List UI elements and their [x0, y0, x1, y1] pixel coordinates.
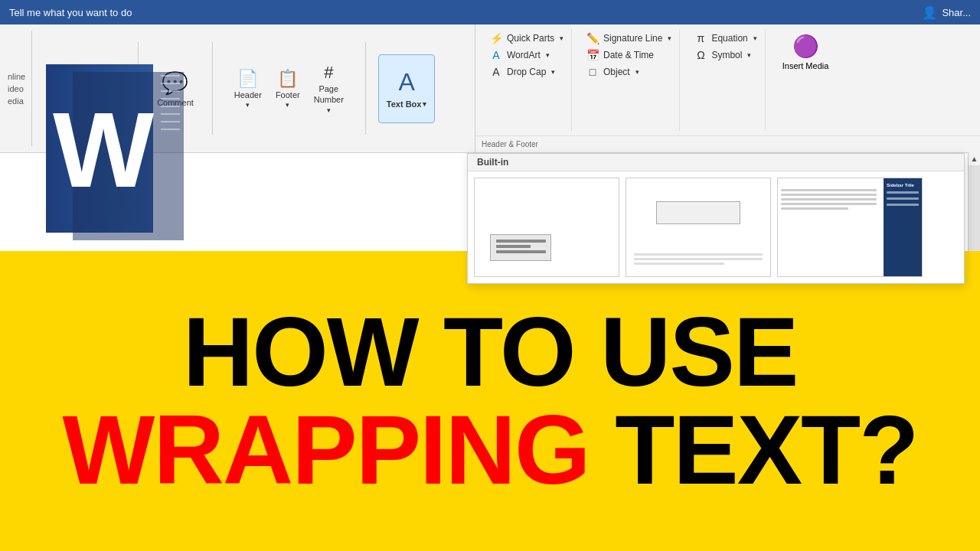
template-3-preview: Sidebar Title: [778, 178, 922, 276]
footer-label: Footer: [276, 90, 300, 99]
media-label: edia: [8, 96, 24, 106]
top-bar: Tell me what you want to do 👤 Shar...: [0, 0, 980, 24]
page-number-caret: ▾: [327, 106, 331, 114]
quick-parts-caret: ▾: [560, 34, 564, 42]
template-2-preview: [626, 178, 770, 276]
date-time-icon: 📅: [586, 49, 599, 61]
wordart-button[interactable]: A WordArt ▾: [486, 47, 567, 63]
insert-media-label: Insert Media: [782, 61, 829, 71]
symbol-button[interactable]: Ω Symbol ▾: [691, 47, 760, 63]
symbol-icon: Ω: [694, 49, 707, 61]
yellow-banner: HOW TO USE WRAPPING TEXT?: [0, 251, 980, 551]
line-3: [496, 250, 546, 253]
drop-cap-label: Drop Cap: [507, 67, 546, 77]
footer-caret: ▾: [286, 101, 289, 109]
signature-line-caret: ▾: [668, 34, 671, 42]
media-group: 🟣 Insert Media: [772, 29, 840, 131]
user-icon: 👤: [922, 5, 937, 20]
symbol-caret: ▾: [747, 51, 751, 59]
separator-3: [365, 42, 366, 135]
text-box-dropdown: Built-in: [467, 153, 965, 284]
main-line-4: [781, 203, 877, 205]
signature-line-label: Signature Line: [603, 33, 662, 44]
textbox-template-1[interactable]: [474, 178, 619, 277]
textbox-template-2[interactable]: [626, 178, 771, 277]
main-line-5: [781, 207, 848, 210]
signature-line-icon: ✏️: [586, 32, 599, 44]
main-line-1: [781, 189, 877, 191]
object-button[interactable]: □ Object ▾: [583, 64, 675, 80]
object-caret: ▾: [635, 68, 639, 76]
insert-group: ✏️ Signature Line ▾ 📅 Date & Time □ Obje…: [578, 29, 680, 131]
sidebar-line-1: [887, 191, 919, 194]
insert-media-button[interactable]: 🟣 Insert Media: [776, 31, 835, 74]
text-box-label: Text Box: [387, 99, 422, 109]
svg-text:W: W: [53, 90, 154, 210]
drop-cap-button[interactable]: A Drop Cap ▾: [486, 64, 567, 80]
object-label: Object: [603, 67, 630, 77]
date-time-button[interactable]: 📅 Date & Time: [583, 47, 675, 63]
banner-black-text: TEXT?: [590, 395, 918, 504]
equation-button[interactable]: π Equation ▾: [691, 31, 760, 46]
body-line-2: [634, 258, 763, 260]
signature-line-button[interactable]: ✏️ Signature Line ▾: [583, 31, 675, 46]
search-bar-text[interactable]: Tell me what you want to do: [9, 7, 132, 18]
wordart-icon: A: [489, 49, 503, 61]
sidebar-title: Sidebar Title: [887, 183, 919, 187]
video-label: ideo: [8, 84, 24, 93]
sidebar-line-2: [887, 197, 919, 200]
ribbon: nline ideo edia 🔗 Link ance 💬 Comment: [0, 24, 980, 153]
template-2-box: [656, 201, 740, 224]
template-1-lines: [496, 240, 546, 256]
word-logo-svg: W: [31, 49, 230, 248]
main-line-2: [781, 194, 877, 196]
text-group: ⚡ Quick Parts ▾ A WordArt ▾ A Drop Cap ▾: [482, 29, 572, 131]
main-line-3: [781, 198, 877, 201]
equation-caret: ▾: [753, 34, 757, 42]
line-2: [496, 245, 531, 248]
built-in-label: Built-in: [477, 157, 508, 168]
word-logo-overlay: W: [31, 49, 245, 263]
text-box-button[interactable]: A Text Box ▾: [378, 54, 436, 123]
equation-icon: π: [694, 32, 707, 44]
drop-cap-icon: A: [489, 66, 503, 78]
footer-button[interactable]: 📋 Footer ▾: [270, 66, 306, 112]
quick-parts-button[interactable]: ⚡ Quick Parts ▾: [486, 31, 567, 46]
quick-parts-icon: ⚡: [489, 32, 503, 44]
template-1-preview: [475, 178, 619, 276]
share-label[interactable]: Shar...: [942, 7, 971, 18]
header-footer-group-label: Header & Footer: [482, 140, 538, 148]
ribbon-right-footer: Header & Footer: [475, 135, 980, 152]
object-icon: □: [586, 66, 599, 78]
online-label: nline: [8, 72, 25, 81]
drop-cap-caret: ▾: [551, 68, 555, 76]
equation-label: Equation: [711, 33, 747, 44]
symbol-label: Symbol: [711, 50, 742, 60]
page-number-button[interactable]: # PageNumber ▾: [308, 60, 350, 116]
symbols-group: π Equation ▾ Ω Symbol ▾: [686, 29, 765, 131]
ribbon-right: ⚡ Quick Parts ▾ A WordArt ▾ A Drop Cap ▾: [475, 24, 980, 152]
template-3-main: [778, 186, 880, 269]
page-number-icon: #: [324, 63, 333, 83]
body-line-1: [634, 253, 763, 256]
banner-line-2: WRAPPING TEXT?: [63, 401, 918, 499]
date-time-label: Date & Time: [603, 50, 654, 60]
banner-line-1: HOW TO USE: [183, 303, 798, 401]
line-1: [496, 240, 546, 243]
template-1-box: [490, 234, 551, 261]
quick-parts-label: Quick Parts: [507, 33, 554, 44]
wordart-caret: ▾: [546, 51, 550, 59]
text-box-caret: ▾: [423, 100, 426, 108]
scroll-up-arrow[interactable]: ▲: [969, 152, 980, 165]
header-caret: ▾: [246, 101, 250, 109]
textbox-template-3[interactable]: Sidebar Title: [777, 178, 923, 277]
banner-red-text: WRAPPING: [63, 395, 590, 504]
sidebar-line-3: [887, 204, 919, 206]
footer-icon: 📋: [277, 69, 298, 89]
page-number-label: PageNumber: [314, 84, 344, 104]
body-line-3: [634, 262, 724, 265]
text-box-icon: A: [398, 68, 414, 96]
dropdown-header: Built-in: [468, 154, 964, 171]
ribbon-right-top: ⚡ Quick Parts ▾ A WordArt ▾ A Drop Cap ▾: [475, 24, 980, 135]
wordart-label: WordArt: [507, 50, 541, 60]
